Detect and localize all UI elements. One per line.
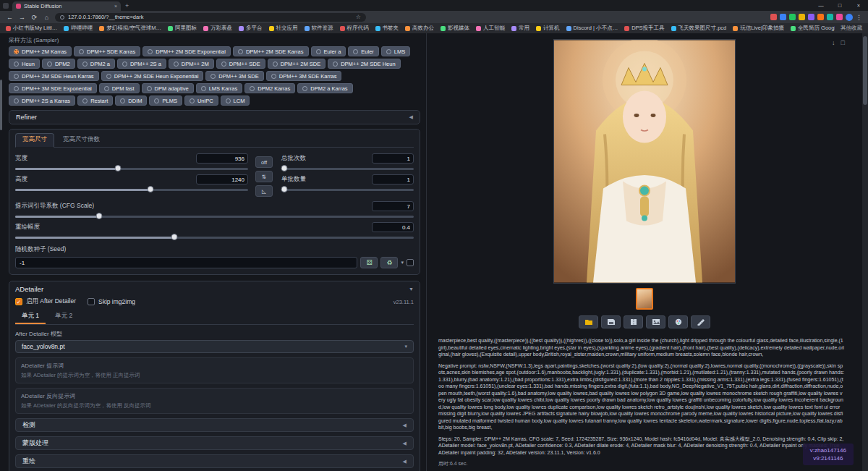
enable-adetailer-checkbox[interactable]: ✓ 启用 After Detailer [15,297,76,306]
new-tab-button[interactable]: + [125,2,129,9]
swap-dimensions-button[interactable]: ⇅ [255,171,273,182]
save-zip-button[interactable] [624,315,643,328]
sampler-option[interactable]: Euler [348,46,379,56]
tab-close-icon[interactable]: × [114,4,117,9]
adetailer-model-dropdown[interactable]: face_yolov8n.pt ▾ [15,340,414,353]
width-slider[interactable] [15,168,248,170]
open-folder-button[interactable] [579,315,598,328]
size-tab[interactable]: 宽高尺寸倍数 [56,133,107,147]
adetailer-accordion[interactable]: ADetailer ▼ [15,285,414,293]
bookmark-item[interactable]: 小红书版My Littl… [6,25,57,32]
unit-tab[interactable]: 单元 1 [15,310,46,324]
adetailer-prompt-textarea[interactable]: ADetailer 提示词 如果 ADetailer 的提示词为空，将使用 正向… [15,357,414,383]
width-input[interactable] [196,153,248,164]
sampler-option[interactable]: DPM++ SDE [216,59,265,69]
sampler-option[interactable]: PLMS [149,96,182,106]
sampler-option[interactable]: Restart [77,96,113,106]
send-to-inpaint-button[interactable] [668,315,688,328]
sampler-option[interactable]: DDIM [115,96,147,106]
bookmark-item[interactable]: 阿里图标 [168,25,197,32]
height-input[interactable] [196,174,248,184]
bookmark-item[interactable]: DPS投手工具 [624,25,664,32]
slider-handle[interactable] [171,234,178,240]
bookmark-item[interactable]: 玩信Live|印象拍摄 [733,25,784,32]
sampler-option[interactable]: Euler a [311,46,346,56]
denoise-input[interactable] [372,222,414,232]
sampler-option[interactable]: DPM++ 2M SDE Heun Exponential [101,71,204,81]
site-info-icon[interactable] [60,15,64,20]
page-scrollbar[interactable] [862,33,868,471]
bookmark-item[interactable]: 程序代码 [340,25,369,32]
bookmark-item[interactable]: 全民简历 Google [791,25,835,32]
extension-icon[interactable] [780,14,786,20]
slider-handle[interactable] [114,165,121,171]
extension-icon[interactable] [789,14,796,20]
sampler-option[interactable]: Heun [9,59,40,69]
sampler-option[interactable]: UniPC [184,96,218,106]
sampler-option[interactable]: LMS [381,46,410,56]
refiner-accordion[interactable]: Refiner ◀ [9,110,420,124]
profile-avatar[interactable] [846,14,853,21]
sampler-option[interactable]: DPM++ 2S a [117,59,166,69]
section-header[interactable]: 蒙版处理 ◀ [15,436,414,450]
sampler-option[interactable]: LCM [221,96,250,106]
save-image-button[interactable] [601,315,621,328]
close-button[interactable]: × [849,0,868,11]
home-icon[interactable]: ⌂ [43,14,51,21]
reuse-seed-button[interactable]: ♻ [380,257,398,268]
left-scrollbar[interactable] [0,75,3,466]
bookmark-item[interactable]: Discord | 小不点… [566,25,618,32]
bookmark-star-icon[interactable]: ☆ [356,14,361,20]
sampler-option[interactable]: DPM++ SDE Karras [74,46,140,56]
sampler-option[interactable]: DPM++ 2M SDE Exponential [142,46,231,56]
size-tab[interactable]: 宽高尺寸 [15,133,54,148]
cfg-input[interactable] [372,201,414,211]
denoise-slider[interactable] [15,237,414,239]
download-image-icon[interactable]: ↓ [832,39,835,46]
bookmark-item[interactable]: 常用 [511,25,529,32]
bookmark-item[interactable]: 影视媒体 [441,25,469,32]
browser-tab[interactable]: Stable Diffusion × [12,1,121,11]
send-to-img2img-button[interactable] [646,315,665,328]
refresh-icon[interactable]: ⟳ [30,14,38,21]
sampler-option[interactable]: DPM++ 3M SDE Exponential [9,83,97,93]
bookmark-item[interactable]: 计算机 [536,25,560,32]
batch-size-input[interactable] [372,174,414,184]
slider-handle[interactable] [281,186,287,192]
seed-extra-checkbox[interactable] [407,259,414,266]
bookmark-item[interactable]: 多平台 [239,25,263,32]
height-slider[interactable] [15,189,248,191]
sampler-option[interactable]: LMS Karras [196,83,243,93]
batch-size-slider[interactable] [281,189,414,191]
bookmark-item[interactable]: 人工智能 [476,25,505,32]
adetailer-negative-textarea[interactable]: ADetailer 反向提示词 如果 ADetailer 的反向提示词为空，将使… [15,388,414,414]
scale-tool-button[interactable]: ◺ [255,185,273,197]
off-button[interactable]: off [255,156,273,168]
slider-handle[interactable] [95,213,102,219]
browser-menu-icon[interactable]: ⋮ [856,14,862,21]
forward-icon[interactable]: → [18,14,26,21]
scrollbar-thumb[interactable] [863,36,867,105]
gallery-thumbnail[interactable] [636,288,653,310]
sampler-option[interactable]: DPM++ 2M SDE [268,59,326,69]
sampler-option[interactable]: DPM++ 3M SDE Karras [266,71,342,81]
sampler-option[interactable]: DPM fast [99,83,140,93]
sampler-option[interactable]: DPM2 a [77,59,115,69]
batch-count-input[interactable] [372,153,414,164]
sampler-option[interactable]: DPM2 a Karras [297,83,352,93]
sampler-option[interactable]: DPM++ 2M Karras [9,46,72,56]
sampler-option[interactable]: DPM++ 2M [169,59,214,69]
batch-count-slider[interactable] [281,168,414,170]
cfg-slider[interactable] [15,216,414,218]
bookmark-item[interactable]: 书签夹 [375,25,399,32]
send-to-extras-button[interactable] [691,315,710,328]
bookmark-item[interactable]: 飞天效果图尺寸.pcd [671,25,727,32]
other-bookmarks[interactable]: 其他收藏 [841,25,862,32]
extension-icon[interactable] [808,14,814,20]
extension-icon[interactable] [770,14,777,20]
skip-img2img-checkbox[interactable]: Skip img2img [88,298,135,305]
slider-handle[interactable] [147,186,153,192]
bookmark-item[interactable]: 梦幻模拟/空气弹球M… [99,25,161,32]
section-header[interactable]: 检测 ◀ [15,418,414,432]
sampler-option[interactable]: DPM++ 2M SDE Heun Karras [9,71,99,81]
